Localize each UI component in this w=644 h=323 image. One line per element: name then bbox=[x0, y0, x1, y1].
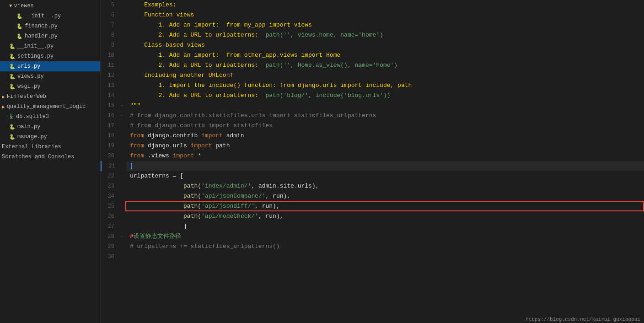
line-content bbox=[126, 161, 644, 171]
folder-icon: ▶ bbox=[2, 94, 5, 100]
sidebar-item-handler[interactable]: 🐍 handler.py bbox=[0, 31, 100, 41]
code-line-21: 21 bbox=[101, 161, 644, 171]
gutter bbox=[119, 181, 125, 191]
line-content: 1. Add an import: from other_app.views i… bbox=[125, 50, 644, 60]
gutter bbox=[119, 70, 125, 81]
sidebar-item-label: Scratches and Consoles bbox=[2, 154, 74, 160]
gutter bbox=[119, 60, 125, 70]
line-content: Class-based views bbox=[125, 40, 644, 50]
code-line-18: 18 from django.contrib import admin bbox=[101, 131, 644, 141]
line-number: 7 bbox=[101, 20, 119, 30]
line-content: Examples: bbox=[125, 0, 644, 10]
bottom-bar: https://blog.csdn.net/kairui_guxiaobai bbox=[522, 316, 644, 323]
folder-icon: ▶ bbox=[2, 104, 5, 110]
line-number: 12 bbox=[101, 70, 119, 81]
code-line-16: 16 - # from django.contrib.staticfiles.u… bbox=[101, 111, 644, 121]
sidebar-item-external-libs[interactable]: External Libraries bbox=[0, 142, 100, 152]
code-line-15: 15 - """ bbox=[101, 101, 644, 111]
sidebar-item-finance[interactable]: 🐍 finance.py bbox=[0, 21, 100, 31]
sidebar-item-settings[interactable]: 🐍 settings.py bbox=[0, 51, 100, 61]
line-number: 10 bbox=[101, 50, 119, 60]
folder-icon: ▼ bbox=[9, 3, 12, 9]
gutter bbox=[119, 20, 125, 30]
gutter bbox=[119, 191, 125, 201]
line-content: from .views import * bbox=[125, 151, 644, 161]
line-number: 20 bbox=[101, 151, 119, 161]
line-content: # urlpatterns += staticfiles_urlpatterns… bbox=[125, 242, 644, 252]
line-content: Including another URLconf bbox=[125, 70, 644, 81]
sidebar-item-label: handler.py bbox=[25, 33, 58, 39]
code-editor[interactable]: 5 Examples: 6 Function views 7 1. Add an… bbox=[101, 0, 644, 323]
python-file-icon: 🐍 bbox=[9, 74, 16, 80]
gutter: - bbox=[119, 101, 125, 111]
sidebar-item-main[interactable]: 🐍 main.py bbox=[0, 122, 100, 132]
sidebar-item-scratches[interactable]: Scratches and Consoles bbox=[0, 152, 100, 162]
db-file-icon: 🗄 bbox=[9, 114, 14, 120]
sidebar-item-db[interactable]: 🗄 db.sqlite3 bbox=[0, 112, 100, 122]
line-number: 8 bbox=[101, 30, 119, 40]
sidebar-item-label: views.py bbox=[17, 73, 44, 80]
line-content: path('api/jsonCompare/', run), bbox=[125, 191, 644, 201]
line-content: from django.contrib import admin bbox=[125, 131, 644, 141]
sidebar-item-urls[interactable]: 🐍 urls.py bbox=[0, 61, 100, 71]
line-content: 1. Add an import: from my_app import vie… bbox=[125, 20, 644, 30]
line-content: path('api/jsondiff/', run), bbox=[125, 201, 644, 211]
line-number: 28 bbox=[101, 231, 119, 242]
line-number: 23 bbox=[101, 181, 119, 191]
gutter bbox=[119, 141, 125, 151]
line-number: 16 bbox=[101, 111, 119, 121]
code-line-23: 23 path('index/admin/', admin.site.urls)… bbox=[101, 181, 644, 191]
gutter bbox=[119, 221, 125, 231]
line-number: 24 bbox=[101, 191, 119, 201]
gutter bbox=[119, 91, 125, 101]
sidebar-item-label: quality_management_logic bbox=[7, 103, 86, 110]
sidebar-item-quality[interactable]: ▶ quality_management_logic bbox=[0, 102, 100, 112]
sidebar-item-label: __init__.py bbox=[17, 43, 54, 49]
sidebar-item-label: __init__.py bbox=[25, 13, 61, 19]
code-line-12: 12 Including another URLconf bbox=[101, 70, 644, 81]
gutter bbox=[119, 0, 125, 10]
line-content: """ bbox=[125, 101, 644, 111]
gutter bbox=[119, 252, 125, 262]
line-number: 21 bbox=[102, 161, 120, 171]
gutter bbox=[119, 242, 125, 252]
gutter: - bbox=[119, 171, 125, 181]
line-number: 13 bbox=[101, 81, 119, 91]
line-number: 30 bbox=[101, 252, 119, 262]
sidebar-item-label: manage.py bbox=[17, 134, 47, 140]
python-file-icon: 🐍 bbox=[16, 23, 23, 29]
gutter bbox=[119, 30, 125, 40]
gutter bbox=[119, 151, 125, 161]
sidebar-item-init-viewes[interactable]: 🐍 __init__.py bbox=[0, 11, 100, 21]
line-content: 2. Add a URL to urlpatterns: path('', vi… bbox=[125, 30, 644, 40]
line-content: 2. Add a URL to urlpatterns: path('', Ho… bbox=[125, 60, 644, 70]
line-content: Function views bbox=[125, 10, 644, 20]
sidebar-item-viewes[interactable]: ▼ viewes bbox=[0, 1, 100, 11]
gutter: - bbox=[119, 231, 125, 242]
code-line-14: 14 2. Add a URL to urlpatterns: path('bl… bbox=[101, 91, 644, 101]
sidebar-item-fintesterweb[interactable]: ▶ FinTesterWeb bbox=[0, 92, 100, 102]
code-line-8: 8 2. Add a URL to urlpatterns: path('', … bbox=[101, 30, 644, 40]
sidebar-item-manage[interactable]: 🐍 manage.py bbox=[0, 132, 100, 142]
sidebar-item-label: External Libraries bbox=[2, 144, 61, 150]
line-number: 19 bbox=[101, 141, 119, 151]
line-number: 22 bbox=[101, 171, 119, 181]
python-file-icon: 🐍 bbox=[9, 43, 16, 49]
line-number: 25 bbox=[101, 201, 119, 211]
sidebar-item-views[interactable]: 🐍 views.py bbox=[0, 71, 100, 81]
code-line-10: 10 1. Add an import: from other_app.view… bbox=[101, 50, 644, 60]
code-line-27: 27 ] bbox=[101, 221, 644, 231]
code-line-5: 5 Examples: bbox=[101, 0, 644, 10]
line-number: 6 bbox=[101, 10, 119, 20]
code-line-20: 20 from .views import * bbox=[101, 151, 644, 161]
sidebar-item-label: urls.py bbox=[17, 63, 40, 70]
line-content: # from django.contrib.staticfiles.urls i… bbox=[125, 111, 644, 121]
file-tree[interactable]: ▼ viewes 🐍 __init__.py 🐍 finance.py 🐍 ha… bbox=[0, 0, 101, 323]
sidebar-item-wsgi[interactable]: 🐍 wsgi.py bbox=[0, 81, 100, 92]
line-content: ] bbox=[125, 221, 644, 231]
sidebar-item-label: settings.py bbox=[17, 53, 54, 59]
line-content: urlpatterns = [ bbox=[125, 171, 644, 181]
python-file-icon: 🐍 bbox=[9, 64, 16, 70]
sidebar-item-label: db.sqlite3 bbox=[16, 113, 49, 120]
sidebar-item-root-init[interactable]: 🐍 __init__.py bbox=[0, 41, 100, 51]
